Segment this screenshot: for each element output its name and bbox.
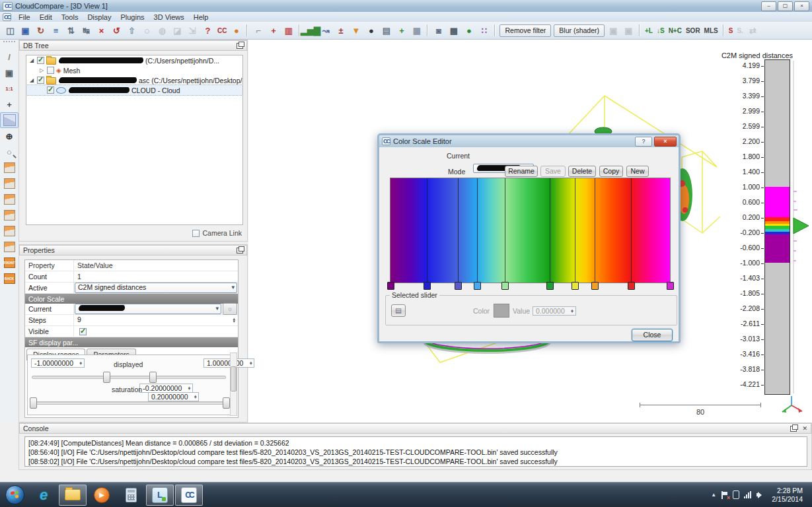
clone-icon[interactable]: ↹ [79, 24, 93, 38]
shield-up-icon[interactable]: ⇧ [125, 24, 139, 38]
tree-row[interactable]: ◢(C:/Users/npettijohn/D... [26, 55, 242, 65]
close-dialog-button[interactable]: Close [632, 329, 673, 341]
taskbar-logmein[interactable]: L [146, 485, 174, 506]
menu-file[interactable]: File [14, 13, 35, 21]
gradient-slider-handle[interactable] [572, 282, 579, 290]
saturation-range-slider-handle[interactable] [223, 397, 230, 409]
saturation-max-spinner[interactable]: 0.20000000 [148, 392, 199, 401]
displayed-range-slider-handle[interactable] [149, 372, 157, 383]
gradient-slider-handle[interactable] [387, 282, 394, 290]
render-pattern-icon[interactable]: ▩ [447, 24, 461, 38]
cc-statistics-icon[interactable]: CC [216, 24, 228, 38]
view-iso-front-icon[interactable]: FRONT [0, 255, 18, 271]
level-icon[interactable]: ⌐ [251, 24, 265, 38]
rename-button[interactable]: Rename [505, 166, 538, 177]
current-scale-dropdown[interactable] [75, 304, 221, 314]
compute-distances-icon[interactable]: ? [201, 24, 215, 38]
float-panel-icon[interactable] [237, 43, 243, 49]
toolbar-drag-handle[interactable] [3, 41, 15, 46]
gradient-slider-handle[interactable] [455, 282, 462, 290]
displayed-min-spinner[interactable]: -1.00000000 [31, 358, 85, 368]
apply-transformation-icon[interactable]: ↻ [34, 24, 48, 38]
saturation-range-slider[interactable] [32, 401, 226, 405]
down-s-icon[interactable]: ↓S [655, 24, 666, 38]
view-iso-back-icon[interactable]: BACK [0, 271, 18, 287]
taskbar-media-player[interactable]: ▶ [88, 485, 116, 506]
curve-s-icon[interactable]: S [727, 24, 735, 38]
save-icon[interactable]: ▣ [18, 24, 32, 38]
dialog-help-button[interactable]: ? [635, 137, 652, 147]
visibility-checkbox[interactable] [47, 67, 54, 74]
snapshot-icon[interactable]: ◙ [431, 24, 445, 38]
zoom-1-1-icon[interactable]: 1:1 [0, 81, 18, 96]
float-panel-icon[interactable] [790, 426, 797, 432]
n-plus-c-icon[interactable]: N+C [667, 24, 683, 38]
visibility-checkbox[interactable] [47, 86, 54, 94]
camera-link-checkbox[interactable] [192, 230, 200, 237]
minimize-button[interactable]: – [761, 1, 776, 11]
gradient-slider-handle[interactable] [591, 282, 599, 290]
add-sf-icon[interactable]: + [394, 24, 408, 38]
edit-scale-gear-button[interactable]: ☼ [223, 303, 237, 315]
new-button[interactable]: New [626, 166, 649, 177]
start-button[interactable] [1, 485, 28, 506]
calculator-icon[interactable]: ▦ [410, 24, 424, 38]
mls-icon[interactable]: MLS [703, 24, 720, 38]
filter-funnel-icon[interactable]: ▼ [349, 24, 363, 38]
volume-icon[interactable] [757, 491, 764, 498]
minmax-icon[interactable]: ± [334, 24, 348, 38]
taskbar-windows-explorer[interactable] [59, 485, 87, 506]
gradient-slider-handle[interactable] [667, 282, 674, 290]
expander-icon[interactable]: ◢ [28, 57, 35, 63]
visible-checkbox[interactable] [79, 328, 87, 335]
tree-row[interactable]: ▷◈Mesh [26, 65, 242, 75]
view-top-icon[interactable] [0, 160, 18, 176]
gradient-slider-handle[interactable] [424, 282, 431, 290]
view-front-icon[interactable] [0, 176, 18, 191]
float-panel-icon[interactable] [237, 248, 243, 254]
menu-tools[interactable]: Tools [57, 13, 83, 21]
console-log[interactable]: [08:24:49] [ComputeDistances] Mean dista… [24, 436, 807, 467]
close-console-icon[interactable]: ✕ [802, 426, 807, 431]
taskbar-cloudcompare[interactable]: CC [175, 485, 203, 506]
slider-color-swatch[interactable] [494, 304, 509, 318]
taskbar-calculator[interactable] [117, 485, 145, 506]
pick-rotation-center-icon[interactable]: / [0, 49, 18, 65]
delete-button[interactable]: Delete [568, 166, 596, 177]
menu-3d-views[interactable]: 3D Views [149, 13, 189, 21]
steps-spinner[interactable]: 9 [75, 316, 237, 325]
displayed-max-spinner[interactable]: 1.00000000 [203, 358, 254, 368]
tray-expand-icon[interactable]: ▲ [711, 492, 716, 498]
delete-slider-button[interactable]: ▤ [391, 304, 406, 317]
sphere-points-icon[interactable]: ◌ [140, 24, 154, 38]
displayed-range-slider-handle[interactable] [103, 372, 110, 383]
hexagon-icon[interactable]: ● [462, 24, 476, 38]
displayed-range-slider[interactable] [32, 376, 226, 379]
plus-l-icon[interactable]: +L [644, 24, 654, 38]
menu-plugins[interactable]: Plugins [116, 13, 149, 21]
network-icon[interactable] [744, 491, 752, 498]
visibility-checkbox[interactable] [37, 77, 44, 84]
restore-button[interactable]: ▢ [778, 1, 793, 11]
view-right-icon[interactable] [0, 223, 18, 239]
gradient-slider-handle[interactable] [628, 282, 635, 290]
sf-curve-icon[interactable]: ↝ [318, 24, 332, 38]
view-back-icon[interactable] [0, 207, 18, 223]
dialog-title-bar[interactable]: CC Color Scale Editor ? × [379, 135, 679, 147]
properties-icon[interactable]: ≡ [49, 24, 63, 38]
view-left-icon[interactable] [0, 191, 18, 207]
histogram-icon[interactable]: ▂▅▇ [303, 24, 317, 38]
camera-icon[interactable]: ▣ [0, 65, 18, 81]
tree-row[interactable]: ◢asc (C:/Users/npettijohn/Desktop/cloud … [26, 75, 242, 85]
visibility-checkbox[interactable] [37, 57, 44, 64]
blob-icon[interactable]: ● [229, 24, 243, 38]
close-button[interactable]: × [794, 1, 809, 11]
saturation-range-slider-handle[interactable] [30, 397, 37, 409]
action-center-icon[interactable]: × [721, 491, 728, 499]
tree-row[interactable]: CLOUD - Cloud [26, 85, 242, 95]
pan-icon[interactable]: ⊕ [0, 128, 18, 144]
view-bottom-icon[interactable] [0, 239, 18, 255]
gradient-slider-handle[interactable] [474, 282, 481, 290]
clock[interactable]: 2:28 PM 2/15/2014 [769, 487, 808, 504]
color-gradient[interactable] [390, 178, 671, 283]
